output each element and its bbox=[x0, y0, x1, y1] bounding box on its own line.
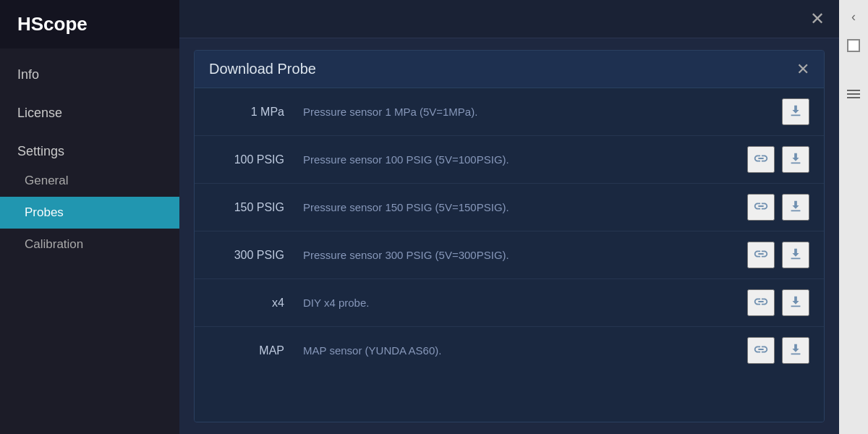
probe-download-button[interactable] bbox=[782, 242, 809, 268]
checkbox[interactable] bbox=[847, 39, 860, 52]
probe-name: MAP bbox=[209, 344, 296, 357]
probe-link-button[interactable] bbox=[747, 289, 775, 316]
download-icon bbox=[788, 246, 804, 262]
probe-link-button[interactable] bbox=[747, 146, 775, 173]
link-icon bbox=[753, 294, 769, 310]
table-row: 150 PSIG Pressure sensor 150 PSIG (5V=15… bbox=[195, 184, 824, 231]
table-row: x4 DIY x4 probe. bbox=[195, 279, 824, 327]
probe-link-button[interactable] bbox=[747, 242, 775, 268]
sidebar-item-info[interactable]: Info bbox=[0, 56, 179, 94]
dialog-close-button[interactable]: ✕ bbox=[796, 61, 809, 77]
probe-description: Pressure sensor 1 MPa (5V=1MPa). bbox=[303, 106, 749, 118]
probe-description: Pressure sensor 150 PSIG (5V=150PSIG). bbox=[303, 201, 740, 213]
probe-name: 100 PSIG bbox=[209, 153, 296, 166]
main-close-button[interactable]: ✕ bbox=[810, 10, 825, 27]
probe-description: MAP sensor (YUNDA AS60). bbox=[303, 344, 740, 357]
probe-description: DIY x4 probe. bbox=[303, 297, 740, 309]
download-icon bbox=[788, 341, 804, 357]
probe-link-button[interactable] bbox=[747, 194, 775, 221]
probe-download-button[interactable] bbox=[782, 98, 809, 125]
probe-download-button[interactable] bbox=[782, 289, 809, 316]
link-icon bbox=[753, 246, 769, 262]
hamburger-line-2 bbox=[847, 93, 860, 95]
table-row: 100 PSIG Pressure sensor 100 PSIG (5V=10… bbox=[195, 136, 824, 184]
probe-name: 1 MPa bbox=[209, 106, 296, 119]
download-probe-dialog: Download Probe ✕ 1 MPa Pressure sensor 1… bbox=[194, 50, 825, 422]
download-icon bbox=[788, 198, 804, 214]
hamburger-line-1 bbox=[847, 90, 860, 91]
sidebar: HScope Info License Settings General Pro… bbox=[0, 0, 179, 434]
sidebar-item-calibration[interactable]: Calibration bbox=[0, 229, 179, 260]
table-row: 300 PSIG Pressure sensor 300 PSIG (5V=30… bbox=[195, 231, 824, 279]
sidebar-item-license[interactable]: License bbox=[0, 94, 179, 132]
main-content: ✕ Download Probe ✕ 1 MPa Pressure sensor… bbox=[179, 0, 839, 434]
probe-link-button[interactable] bbox=[747, 337, 775, 364]
table-row: MAP MAP sensor (YUNDA AS60). bbox=[195, 327, 824, 374]
sidebar-nav: Info License Settings General Probes Cal… bbox=[0, 48, 179, 260]
probe-download-button[interactable] bbox=[782, 194, 809, 221]
probe-description: Pressure sensor 100 PSIG (5V=100PSIG). bbox=[303, 153, 740, 166]
probe-name: 150 PSIG bbox=[209, 201, 296, 214]
sidebar-section-settings: Settings bbox=[0, 132, 179, 165]
probe-download-button[interactable] bbox=[782, 146, 809, 173]
link-icon bbox=[753, 341, 769, 357]
probe-description: Pressure sensor 300 PSIG (5V=300PSIG). bbox=[303, 249, 740, 261]
chevron-left-button[interactable]: ‹ bbox=[847, 6, 860, 27]
sidebar-item-probes[interactable]: Probes bbox=[0, 197, 179, 229]
probe-name: 300 PSIG bbox=[209, 249, 296, 262]
download-icon bbox=[788, 103, 804, 119]
probe-table: 1 MPa Pressure sensor 1 MPa (5V=1MPa). 1… bbox=[195, 88, 824, 422]
app-title: HScope bbox=[0, 0, 179, 48]
table-row: 1 MPa Pressure sensor 1 MPa (5V=1MPa). bbox=[195, 88, 824, 136]
hamburger-menu[interactable] bbox=[847, 90, 860, 98]
dialog-header: Download Probe ✕ bbox=[195, 51, 824, 88]
probe-download-button[interactable] bbox=[782, 337, 809, 364]
link-icon bbox=[753, 150, 769, 166]
download-icon bbox=[788, 150, 804, 166]
dialog-title: Download Probe bbox=[209, 61, 316, 77]
main-header: ✕ bbox=[179, 0, 839, 38]
hamburger-line-3 bbox=[847, 97, 860, 98]
download-icon bbox=[788, 294, 804, 310]
probe-name: x4 bbox=[209, 297, 296, 310]
sidebar-item-general[interactable]: General bbox=[0, 165, 179, 197]
link-icon bbox=[753, 198, 769, 214]
right-panel: ‹ bbox=[839, 0, 868, 434]
